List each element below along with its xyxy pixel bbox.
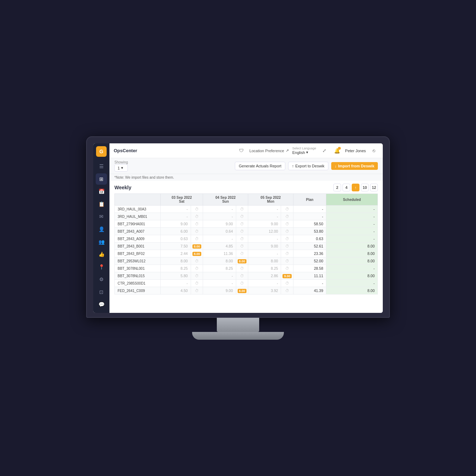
scheduled-value: 8.00	[326, 272, 378, 280]
notification-button[interactable]: 🔔	[332, 146, 341, 155]
header-actions: 🛡 Location Preference ↗ Select Language …	[237, 146, 379, 155]
week-nav-up[interactable]: ↑	[352, 184, 359, 191]
mon-icon: ⏱	[281, 228, 293, 235]
row-name: BBT_2843_A007	[115, 228, 161, 235]
language-value: English	[292, 150, 305, 155]
plan-value: 58.50	[293, 220, 326, 228]
note-bar: *Note: We import files and store them.	[109, 174, 383, 181]
language-select[interactable]: English ▾	[292, 150, 308, 155]
sun-icon: ⏱	[236, 228, 248, 235]
sidebar-item-chat[interactable]: 💬	[96, 299, 107, 310]
sidebar-item-calendar[interactable]: 📅	[96, 186, 107, 197]
row-name: FED_2641_C009	[115, 287, 161, 294]
week-nav-2[interactable]: 2	[333, 184, 341, 191]
scheduled-value: 8.00	[326, 287, 378, 294]
plan-value: 52.00	[293, 257, 326, 265]
sun-value: -	[203, 235, 236, 243]
sun-value: 8.25	[203, 265, 236, 272]
table-row: 3RD_HAUL_MB01-⏱-⏱-⏱--	[115, 213, 378, 220]
sidebar-item-reports[interactable]: 📋	[96, 198, 107, 210]
scheduled-value: 8.00	[326, 250, 378, 257]
col-name	[115, 194, 161, 206]
sat-value: 2.44	[161, 250, 191, 257]
table-row: BBT_2843_B0017.508.004.85⏱9.00⏱52.618.00	[115, 243, 378, 250]
mon-value: -	[248, 213, 281, 220]
mon-icon: ⏱	[281, 213, 293, 220]
mon-icon: ⏱	[281, 206, 293, 213]
mon-value: 2.86	[248, 272, 281, 280]
sat-value: 7.50	[161, 243, 191, 250]
table-row: BBT_2953WL0128.00⏱8.008.008.00⏱52.008.00	[115, 257, 378, 265]
sidebar-item-menu[interactable]: ☰	[96, 161, 107, 172]
week-nav-10[interactable]: 10	[361, 184, 369, 191]
scheduled-value: -	[326, 220, 378, 228]
week-nav-4[interactable]: 4	[343, 184, 350, 191]
sat-value: -	[161, 280, 191, 287]
content-area: Weekly 2 4 ↑ 10 12	[109, 181, 383, 313]
mon-icon: ⏱	[281, 250, 293, 257]
sidebar-item-location[interactable]: 📍	[96, 261, 107, 273]
scheduled-value: -	[326, 265, 378, 272]
sun-icon: 8.00	[236, 257, 248, 265]
import-from-deswik-btn[interactable]: ↓ Import from Deswik	[331, 162, 378, 170]
sidebar-item-settings[interactable]: ⚙	[96, 274, 107, 285]
mon-value: -	[248, 250, 281, 257]
week-nav-12[interactable]: 12	[370, 184, 378, 191]
plan-value: 53.80	[293, 228, 326, 235]
shield-icon[interactable]: 🛡	[237, 146, 246, 155]
sat-value: 8.00	[161, 257, 191, 265]
mon-icon: ⏱	[281, 265, 293, 272]
schedule-table: 03 Sep 2022 Sat 04 Sep 2022 Sun	[114, 194, 378, 294]
header-title: OpsCenter	[114, 148, 234, 153]
chevron-down-icon: ▾	[121, 166, 123, 170]
sat-value: 8.25	[161, 265, 191, 272]
sidebar-item-messages[interactable]: ✉	[96, 211, 107, 222]
sun-icon: ⏱	[236, 235, 248, 243]
sat-value: 5.80	[161, 272, 191, 280]
language-section: Select Language English ▾	[292, 147, 316, 155]
sat-value: 0.63	[161, 235, 191, 243]
toolbar: Showing 1 ▾ Generate Actuals Report ↑	[109, 158, 383, 174]
sat-icon: ⏱	[191, 287, 203, 294]
select-language-label: Select Language	[292, 147, 316, 150]
row-name: BBT_2843_BF02	[115, 250, 161, 257]
sun-value: 0.64	[203, 228, 236, 235]
sun-value: -	[203, 206, 236, 213]
row-name: 3RD_HAUL_00A3	[115, 206, 161, 213]
generate-actuals-btn[interactable]: Generate Actuals Report	[235, 162, 285, 170]
sat-icon: 8.00	[191, 250, 203, 257]
sun-value: 11.36	[203, 250, 236, 257]
location-preference-btn[interactable]: Location Preference ↗	[249, 148, 288, 153]
mon-value: -	[248, 235, 281, 243]
table-row: BBT_2796HA0019.00⏱9.00⏱9.00⏱58.50-	[115, 220, 378, 228]
expand-button[interactable]: ⤢	[320, 146, 329, 155]
plan-value: -	[293, 206, 326, 213]
sidebar-item-users[interactable]: 👤	[96, 224, 107, 235]
plan-value: 52.61	[293, 243, 326, 250]
sat-icon: 8.00	[191, 243, 203, 250]
sat-value: -	[161, 213, 191, 220]
user-name: Peter Jones	[345, 149, 366, 153]
sidebar-item-team[interactable]: 👥	[96, 236, 107, 248]
table-row: 3RD_HAUL_00A3-⏱-⏱-⏱--	[115, 206, 378, 213]
export-to-deswik-btn[interactable]: ↑ Export to Deswik	[288, 162, 328, 170]
sun-value: 4.85	[203, 243, 236, 250]
showing-select[interactable]: 1 ▾	[114, 164, 128, 172]
table-row: BBT_3078NL0155.80⏱-⏱2.869.0011.118.00	[115, 272, 378, 280]
sun-icon: ⏱	[236, 272, 248, 280]
app-logo: G	[96, 146, 107, 157]
logout-button[interactable]: ⎋	[369, 146, 379, 155]
sun-value: -	[203, 280, 236, 287]
scheduled-value: -	[326, 235, 378, 243]
mon-value: 9.00	[248, 220, 281, 228]
row-name: 3RD_HAUL_MB01	[115, 213, 161, 220]
sidebar-item-dashboard[interactable]: ⊞	[96, 173, 107, 185]
sidebar-item-view[interactable]: ⊡	[96, 286, 107, 298]
mon-value: 3.92	[248, 287, 281, 294]
sun-icon: ⏱	[236, 243, 248, 250]
mon-icon: ⏱	[281, 243, 293, 250]
sat-icon: ⏱	[191, 235, 203, 243]
showing-value: 1	[118, 166, 120, 170]
row-name: BBT_3078NL015	[115, 272, 161, 280]
sidebar-item-approvals[interactable]: 👍	[96, 249, 107, 260]
